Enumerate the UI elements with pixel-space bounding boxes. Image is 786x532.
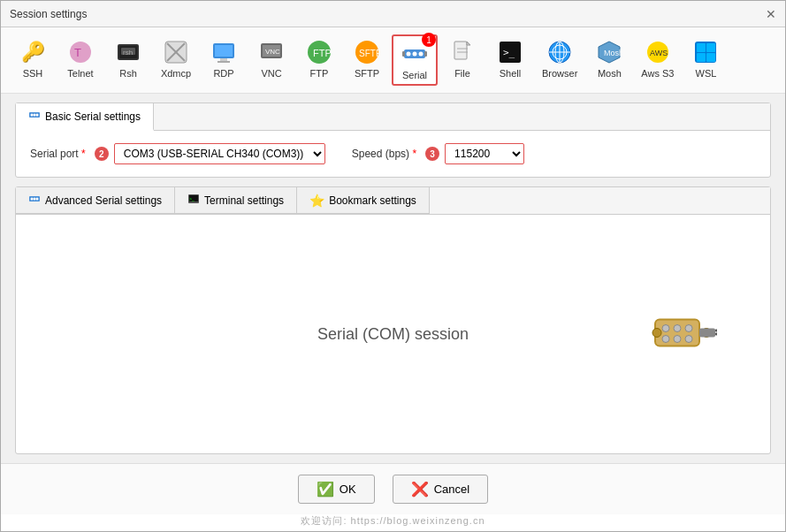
toolbar-item-mosh[interactable]: Mosh Mosh [586,34,632,86]
ftp-icon: FTP [305,38,333,66]
cancel-label: Cancel [434,483,469,496]
svg-text:SFTP: SFTP [359,49,379,58]
speed-required: * [412,148,416,160]
telnet-label: Telnet [67,68,93,79]
ok-icon: ✅ [317,481,334,498]
svg-rect-66 [699,329,715,338]
toolbar-item-rdp[interactable]: RDP [201,34,247,86]
rdp-label: RDP [213,68,233,79]
toolbar-item-rsh[interactable]: rsh Rsh [105,34,151,86]
basic-serial-tab-label: Basic Serial settings [45,110,141,123]
serial-port-group: Serial port * 2 COM3 (USB-SERIAL CH340 (… [30,143,325,164]
serial-connector-illustration [646,302,717,367]
toolbar-item-shell[interactable]: >_ Shell [487,34,533,86]
toolbar-item-sftp[interactable]: SFTP SFTP [344,34,390,86]
speed-annotation: 3 [425,147,439,161]
lower-section: Advanced Serial settings >_ Terminal set… [15,186,771,454]
shell-label: Shell [500,68,521,79]
svg-point-48 [34,114,36,117]
toolbar-item-xdmcp[interactable]: Xdmcp [153,34,199,86]
speed-select[interactable]: 115200 [445,143,524,164]
rdp-icon [210,38,238,66]
telnet-icon: T [66,38,95,66]
svg-point-62 [674,336,681,343]
svg-point-23 [419,52,424,57]
svg-rect-10 [215,45,233,57]
cancel-button[interactable]: ❌ Cancel [393,475,488,504]
vnc-icon: VNC [257,38,286,66]
serial-port-required: * [81,148,86,160]
tab-advanced-serial[interactable]: Advanced Serial settings [16,187,175,214]
toolbar-item-serial[interactable]: 1 Serial [392,34,438,86]
rsh-icon: rsh [114,38,142,66]
basic-serial-tab-header: Basic Serial settings [16,103,770,131]
tab-bookmark-settings[interactable]: ⭐ Bookmark settings [297,187,430,214]
svg-rect-45 [706,53,715,62]
svg-point-22 [413,52,417,57]
bookmark-settings-icon: ⭐ [309,194,324,208]
rsh-label: Rsh [119,68,137,79]
title-bar: Session settings ✕ [1,1,785,27]
file-label: File [454,68,470,79]
session-placeholder-text: Serial (COM) session [317,325,469,344]
icon-toolbar: 🔑 SSH T Telnet rsh Rsh Xdmcp [1,27,785,94]
svg-point-59 [674,325,681,332]
mosh-icon: Mosh [595,38,623,66]
toolbar-item-vnc[interactable]: VNC VNC [248,34,294,86]
svg-point-64 [652,329,661,338]
close-button[interactable]: ✕ [766,8,776,20]
mosh-label: Mosh [598,68,622,79]
wsl-label: WSL [696,68,717,79]
toolbar-item-file[interactable]: File [439,34,485,86]
svg-rect-12 [217,61,230,63]
toolbar-item-ftp[interactable]: FTP FTP [296,34,342,86]
cancel-icon: ❌ [411,481,429,498]
ssh-icon: 🔑 [19,38,47,66]
serial-port-select[interactable]: COM3 (USB-SERIAL CH340 (COM3)) [114,143,325,164]
svg-point-53 [36,198,39,201]
serial-icon-wrapper: 1 [401,40,429,68]
serial-label: Serial [402,70,427,80]
toolbar-item-browser[interactable]: Browser [535,34,584,86]
svg-point-51 [31,198,34,201]
svg-rect-11 [220,58,227,61]
svg-point-58 [662,325,669,332]
shell-icon: >_ [496,38,524,66]
toolbar-item-telnet[interactable]: T Telnet [57,34,103,86]
toolbar-item-ssh[interactable]: 🔑 SSH [10,34,56,86]
tab-terminal-settings[interactable]: >_ Terminal settings [175,187,297,214]
session-content-area: Serial (COM) session [16,215,770,453]
svg-point-61 [662,336,669,343]
toolbar-item-aws-s3[interactable]: AWS Aws S3 [634,34,681,86]
svg-rect-26 [454,42,467,59]
file-icon [448,38,477,66]
aws-s3-icon: AWS [644,38,672,66]
svg-text:T: T [74,46,81,59]
sftp-label: SFTP [355,68,379,79]
sftp-icon: SFTP [353,38,381,66]
content-area: Basic Serial settings Serial port * 2 CO… [1,94,785,463]
session-settings-window: Session settings ✕ 🔑 SSH T Telnet rsh Rs… [0,0,786,532]
svg-rect-24 [402,51,405,57]
wsl-icon [691,38,720,66]
ok-button[interactable]: ✅ OK [298,475,375,504]
serial-port-label: Serial port * [30,148,86,160]
toolbar-item-wsl[interactable]: WSL [683,34,729,86]
terminal-settings-label: Terminal settings [204,194,284,207]
svg-text:>_: >_ [189,196,195,201]
svg-point-60 [685,325,692,332]
svg-rect-67 [715,330,717,332]
terminal-settings-icon: >_ [187,193,200,208]
svg-marker-27 [467,42,470,45]
svg-rect-68 [715,333,717,336]
bookmark-settings-label: Bookmark settings [329,194,416,207]
basic-serial-tab-icon [28,109,41,124]
svg-text:VNC: VNC [265,48,280,56]
svg-text:>_: >_ [503,47,515,58]
ok-label: OK [340,483,356,496]
svg-text:Mosh: Mosh [604,49,622,57]
svg-rect-25 [424,51,427,57]
svg-text:FTP: FTP [313,48,332,58]
tab-basic-serial[interactable]: Basic Serial settings [16,103,154,131]
bottom-bar: ✅ OK ❌ Cancel [1,463,785,514]
